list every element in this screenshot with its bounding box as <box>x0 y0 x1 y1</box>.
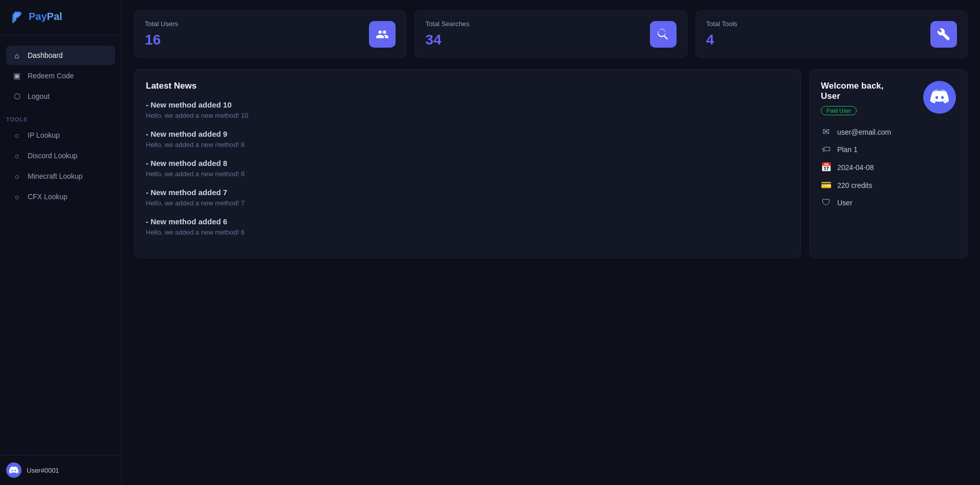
news-item: - New method added 10 Hello, we added a … <box>146 100 787 119</box>
stat-card-searches: Total Searches 34 <box>415 10 687 58</box>
user-info-rows: ✉ user@email.com 🏷 Plan 1 📅 2024-04-08 💳… <box>821 126 956 208</box>
sidebar-item-logout[interactable]: ⬡ Logout <box>6 87 115 106</box>
sidebar-item-dashboard[interactable]: ⌂ Dashboard <box>6 46 115 65</box>
stat-icon-tools <box>930 21 957 48</box>
welcome-line2: User <box>821 91 884 101</box>
welcome-block: Welcome back, User Paid User <box>821 81 884 115</box>
user-plan: Plan 1 <box>837 145 858 154</box>
discord-lookup-icon: ○ <box>12 151 21 160</box>
sidebar-item-minecraft-label: Minecraft Lookup <box>28 172 82 180</box>
ip-lookup-icon: ○ <box>12 131 21 140</box>
user-panel: Welcome back, User Paid User ✉ user@emai… <box>809 69 968 258</box>
stats-row: Total Users 16 Total Searches 34 <box>134 10 968 58</box>
sidebar-username: User#0001 <box>27 467 59 474</box>
user-plan-row: 🏷 Plan 1 <box>821 144 956 155</box>
paypal-logo-icon <box>10 9 25 24</box>
stat-card-users: Total Users 16 <box>134 10 406 58</box>
sidebar: PayPal ⌂ Dashboard ▣ Redeem Code ⬡ Logou… <box>0 0 122 485</box>
minecraft-lookup-icon: ○ <box>12 172 21 181</box>
news-item: - New method added 7 Hello, we added a n… <box>146 188 787 207</box>
news-item: - New method added 8 Hello, we added a n… <box>146 159 787 178</box>
news-item-title: - New method added 8 <box>146 159 787 167</box>
bottom-row: Latest News - New method added 10 Hello,… <box>134 69 968 258</box>
logo-area: PayPal <box>0 0 121 35</box>
sidebar-item-ip-label: IP Lookup <box>28 131 60 139</box>
stat-value-searches: 34 <box>425 32 469 48</box>
sidebar-item-redeem-label: Redeem Code <box>28 72 74 80</box>
sidebar-item-logout-label: Logout <box>28 92 50 100</box>
stat-info-users: Total Users 16 <box>145 20 178 48</box>
logo-text: PayPal <box>29 11 62 23</box>
user-panel-top: Welcome back, User Paid User <box>821 81 956 115</box>
sidebar-item-minecraft-lookup[interactable]: ○ Minecraft Lookup <box>6 166 115 186</box>
credits-icon: 💳 <box>821 180 831 191</box>
tools-section: ○ IP Lookup ○ Discord Lookup ○ Minecraft… <box>0 125 121 207</box>
sidebar-item-ip-lookup[interactable]: ○ IP Lookup <box>6 125 115 145</box>
stat-icon-users <box>369 21 396 48</box>
redeem-icon: ▣ <box>12 71 21 80</box>
stat-value-tools: 4 <box>706 32 737 48</box>
news-item: - New method added 9 Hello, we added a n… <box>146 130 787 149</box>
sidebar-avatar <box>6 462 21 478</box>
user-role: User <box>837 199 853 207</box>
stat-label-tools: Total Tools <box>706 20 737 28</box>
news-item-body: Hello, we added a new method! 10 <box>146 112 787 119</box>
nav-section: ⌂ Dashboard ▣ Redeem Code ⬡ Logout <box>0 35 121 107</box>
sidebar-item-redeem-code[interactable]: ▣ Redeem Code <box>6 66 115 86</box>
email-icon: ✉ <box>821 126 831 137</box>
news-item-body: Hello, we added a new method! 8 <box>146 141 787 149</box>
news-item-title: - New method added 6 <box>146 217 787 226</box>
user-date-row: 📅 2024-04-08 <box>821 162 956 173</box>
sidebar-item-cfx-lookup[interactable]: ○ CFX Lookup <box>6 187 115 206</box>
news-scroll-area[interactable]: - New method added 10 Hello, we added a … <box>146 100 789 246</box>
user-email: user@email.com <box>837 128 891 136</box>
sidebar-item-cfx-label: CFX Lookup <box>28 193 68 201</box>
stat-label-users: Total Users <box>145 20 178 28</box>
sidebar-item-discord-lookup[interactable]: ○ Discord Lookup <box>6 146 115 165</box>
sidebar-bottom-user: User#0001 <box>0 455 121 485</box>
news-item-title: - New method added 10 <box>146 100 787 109</box>
news-item: - New method added 6 Hello, we added a n… <box>146 217 787 236</box>
news-item-body: Hello, we added a new method! 8 <box>146 170 787 178</box>
news-title: Latest News <box>146 81 789 91</box>
stat-value-users: 16 <box>145 32 178 48</box>
stat-icon-searches <box>650 21 677 48</box>
sidebar-item-discord-label: Discord Lookup <box>28 152 77 160</box>
shield-icon: 🛡 <box>821 198 831 208</box>
stat-label-searches: Total Searches <box>425 20 469 28</box>
main-content: Total Users 16 Total Searches 34 <box>122 0 980 485</box>
user-avatar <box>923 81 956 114</box>
stat-info-tools: Total Tools 4 <box>706 20 737 48</box>
tools-section-label: Tools <box>0 107 121 125</box>
news-item-body: Hello, we added a new method! 7 <box>146 199 787 207</box>
home-icon: ⌂ <box>12 51 21 60</box>
welcome-line1: Welcome back, <box>821 81 884 91</box>
stat-card-tools: Total Tools 4 <box>695 10 968 58</box>
calendar-icon: 📅 <box>821 162 831 173</box>
user-credits-row: 💳 220 credits <box>821 180 956 191</box>
news-item-body: Hello, we added a new method! 6 <box>146 228 787 236</box>
user-date: 2024-04-08 <box>837 163 874 172</box>
logout-icon: ⬡ <box>12 92 21 101</box>
news-item-title: - New method added 9 <box>146 130 787 138</box>
paid-badge: Paid User <box>821 106 857 115</box>
plan-icon: 🏷 <box>821 144 831 155</box>
sidebar-item-dashboard-label: Dashboard <box>28 51 63 59</box>
news-panel: Latest News - New method added 10 Hello,… <box>134 69 801 258</box>
user-credits: 220 credits <box>837 181 872 189</box>
user-role-row: 🛡 User <box>821 198 956 208</box>
news-item-title: - New method added 7 <box>146 188 787 197</box>
stat-info-searches: Total Searches 34 <box>425 20 469 48</box>
cfx-lookup-icon: ○ <box>12 192 21 201</box>
user-email-row: ✉ user@email.com <box>821 126 956 137</box>
